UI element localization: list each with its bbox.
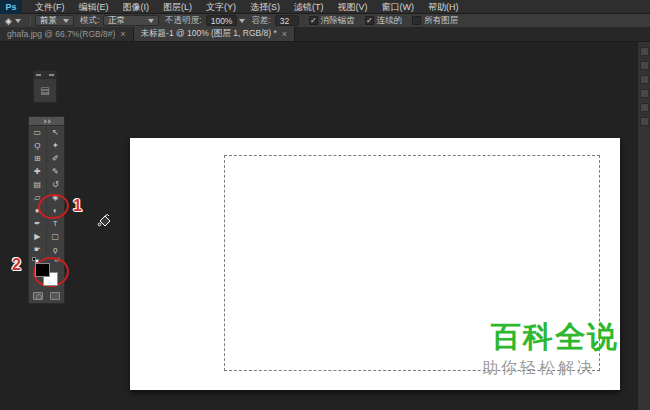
spot-healing-brush-icon: ✚ <box>34 167 41 176</box>
menu-select[interactable]: 选择(S) <box>243 0 287 14</box>
tool-hand[interactable]: ☛ <box>29 243 47 256</box>
watermark-subtitle: 助你轻松解决 <box>482 360 596 376</box>
tool-preset-picker[interactable]: ◈ <box>0 16 26 26</box>
collapsed-panel-icon[interactable] <box>640 75 649 84</box>
pen-icon: ✒ <box>34 219 41 228</box>
mode-dropdown[interactable]: 正常 <box>103 15 159 26</box>
all-layers-checkbox[interactable]: 所有图层 <box>412 15 458 27</box>
chevron-down-icon[interactable] <box>239 19 245 23</box>
checkmark-icon: ✓ <box>309 16 318 25</box>
checkmark-icon: ✓ <box>365 16 374 25</box>
checkbox-empty-icon <box>412 16 421 25</box>
toolbox-bottom-buttons <box>29 290 64 303</box>
document-canvas[interactable]: 百科全说 助你轻松解决 <box>130 138 620 390</box>
mode-value: 正常 <box>108 15 125 27</box>
tool-clone-stamp[interactable]: ▤ <box>29 178 47 191</box>
contiguous-checkbox[interactable]: ✓ 连续的 <box>365 15 403 27</box>
panel-header[interactable] <box>34 71 56 79</box>
grip-icon <box>49 74 54 76</box>
tool-crop[interactable]: ⊞ <box>29 152 47 165</box>
opacity-field[interactable]: 100% <box>206 15 238 26</box>
collapsed-panel-icon[interactable] <box>640 61 649 70</box>
brush-icon: ✎ <box>52 167 59 176</box>
tool-rectangular-marquee[interactable]: ▭ <box>29 126 47 139</box>
antialias-label: 消除锯齿 <box>321 15 355 27</box>
menu-help[interactable]: 帮助(H) <box>421 0 466 14</box>
close-icon[interactable]: × <box>282 29 287 39</box>
document-tab-bar: ghafa.jpg @ 66.7%(RGB/8#) × 未标题-1 @ 100%… <box>0 28 650 42</box>
antialias-checkbox[interactable]: ✓ 消除锯齿 <box>309 15 355 27</box>
annotation-step-2: 2 <box>12 256 21 274</box>
rectangular-marquee-icon: ▭ <box>33 128 41 137</box>
floating-collapsed-panel[interactable]: ▤ <box>33 70 57 103</box>
paint-bucket-icon: ◈ <box>5 16 12 26</box>
tab-document-2-label: 未标题-1 @ 100% (图层 1, RGB/8) * <box>141 28 277 40</box>
lasso-icon: Ǫ <box>34 141 40 150</box>
separator <box>30 16 31 26</box>
tool-spot-healing-brush[interactable]: ✚ <box>29 165 47 178</box>
collapsed-panel-icon[interactable] <box>640 47 649 56</box>
mode-label: 模式: <box>80 15 99 27</box>
history-brush-icon: ↺ <box>52 180 59 189</box>
chevron-down-icon <box>15 19 21 23</box>
tolerance-label: 容差: <box>251 15 270 27</box>
move-icon: ↖ <box>52 128 59 137</box>
clone-stamp-icon: ▤ <box>33 180 41 189</box>
rectangle-shape-icon: ▢ <box>51 232 59 241</box>
zoom-tool-icon: ϙ <box>53 245 57 254</box>
paint-bucket-cursor-icon <box>96 212 113 229</box>
chevron-down-icon <box>148 19 154 23</box>
watermark-title: 百科全说 <box>491 322 619 352</box>
menu-window[interactable]: 窗口(W) <box>375 0 422 14</box>
tool-quick-selection[interactable]: ✦ <box>47 139 65 152</box>
collapsed-panel-icon[interactable] <box>640 89 649 98</box>
chevron-right-icon <box>46 119 50 123</box>
tolerance-field[interactable]: 32 <box>275 15 299 26</box>
tool-history-brush[interactable]: ↺ <box>47 178 65 191</box>
menu-filter[interactable]: 滤镜(T) <box>287 0 331 14</box>
menu-layer[interactable]: 图层(L) <box>156 0 199 14</box>
hand-icon: ☛ <box>34 245 41 254</box>
quick-selection-icon: ✦ <box>52 141 59 150</box>
tool-zoom[interactable]: ϙ <box>47 243 65 256</box>
opacity-value: 100% <box>211 16 233 26</box>
annotation-step-1: 1 <box>73 197 82 215</box>
toolbox-collapse-button[interactable] <box>29 117 64 126</box>
menu-file[interactable]: 文件(F) <box>28 0 72 14</box>
menu-view[interactable]: 视图(V) <box>331 0 375 14</box>
right-panel-dock <box>637 42 650 410</box>
all-layers-label: 所有图层 <box>424 15 458 27</box>
foreground-color-swatch[interactable] <box>35 263 50 277</box>
menu-edit[interactable]: 编辑(E) <box>72 0 116 14</box>
crop-icon: ⊞ <box>34 154 41 163</box>
fill-source-value: 前景 <box>40 15 57 27</box>
type-icon: T <box>53 219 58 228</box>
menu-bar: Ps 文件(F) 编辑(E) 图像(I) 图层(L) 文字(Y) 选择(S) 滤… <box>0 0 650 14</box>
chevron-down-icon <box>63 19 69 23</box>
collapsed-panel-icon[interactable] <box>640 103 649 112</box>
eyedropper-icon: ✐ <box>52 154 59 163</box>
panel-thumbnail-icon[interactable]: ▤ <box>34 79 56 102</box>
close-icon[interactable]: × <box>120 29 125 39</box>
quick-mask-icon[interactable] <box>33 292 43 300</box>
tab-document-2[interactable]: 未标题-1 @ 100% (图层 1, RGB/8) * × <box>134 27 295 41</box>
collapsed-panel-icon[interactable] <box>640 117 649 126</box>
tool-move[interactable]: ↖ <box>47 126 65 139</box>
tool-rectangle-shape[interactable]: ▢ <box>47 230 65 243</box>
tool-lasso[interactable]: Ǫ <box>29 139 47 152</box>
fill-source-dropdown[interactable]: 前景 <box>35 15 74 26</box>
photoshop-logo: Ps <box>0 0 22 14</box>
tool-path-selection[interactable]: ▶ <box>29 230 47 243</box>
menu-type[interactable]: 文字(Y) <box>199 0 243 14</box>
collapse-chevrons-icon <box>36 74 41 76</box>
tab-document-1-label: ghafa.jpg @ 66.7%(RGB/8#) <box>7 29 115 39</box>
tolerance-value: 32 <box>280 16 289 26</box>
tool-eyedropper[interactable]: ✐ <box>47 152 65 165</box>
tool-pen[interactable]: ✒ <box>29 217 47 230</box>
screen-mode-icon[interactable] <box>50 292 60 300</box>
tool-brush[interactable]: ✎ <box>47 165 65 178</box>
tool-grid: ▭ ↖ Ǫ ✦ ⊞ ✐ ✚ ✎ ▤ ↺ ▱ ◈ ● ◐ ✒ T ▶ ▢ ☛ ϙ <box>29 126 64 256</box>
tab-document-1[interactable]: ghafa.jpg @ 66.7%(RGB/8#) × <box>0 27 134 41</box>
menu-image[interactable]: 图像(I) <box>116 0 157 14</box>
opacity-label: 不透明度: <box>165 15 201 27</box>
